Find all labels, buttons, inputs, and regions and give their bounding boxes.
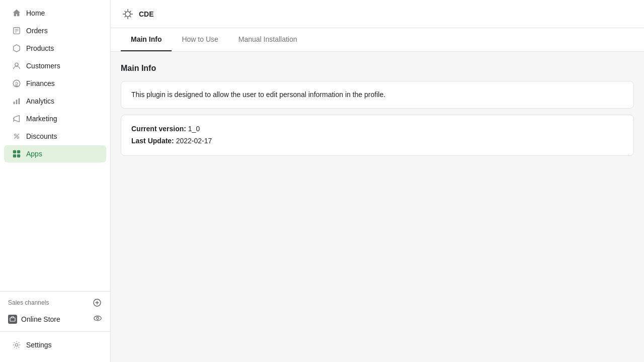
tab-main-info[interactable]: Main Info <box>121 28 172 51</box>
sidebar-item-discounts[interactable]: Discounts <box>4 128 106 145</box>
sidebar-item-marketing-label: Marketing <box>26 115 57 123</box>
finances-icon <box>12 79 21 88</box>
sidebar-item-analytics-label: Analytics <box>26 97 54 105</box>
svg-point-20 <box>94 316 101 321</box>
sidebar-nav: Home Orders Products <box>0 0 110 291</box>
sidebar-item-products[interactable]: Products <box>4 40 106 57</box>
version-card: Current version: 1_0 Last Update: 2022-0… <box>121 115 634 156</box>
sidebar-item-finances-label: Finances <box>26 79 55 87</box>
sidebar-item-orders-label: Orders <box>26 27 48 35</box>
svg-rect-8 <box>19 99 20 105</box>
sidebar-bottom: Settings <box>0 331 110 362</box>
sidebar-item-settings-label: Settings <box>26 341 52 349</box>
current-version-line: Current version: 1_0 <box>131 123 623 135</box>
sidebar-item-products-label: Products <box>26 44 54 52</box>
svg-point-9 <box>15 134 17 136</box>
tabs-bar: Main Info How to Use Manual Installation <box>111 28 644 52</box>
tab-manual-installation[interactable]: Manual Installation <box>228 28 307 51</box>
app-icon <box>121 7 135 21</box>
breadcrumb: CDE <box>121 7 154 21</box>
description-text: This plugin is designed to allow the use… <box>131 89 623 100</box>
last-update-label: Last Update: <box>131 137 174 145</box>
description-card: This plugin is designed to allow the use… <box>121 81 634 109</box>
svg-rect-15 <box>17 154 20 157</box>
analytics-icon <box>12 97 21 106</box>
online-store-label: Online Store <box>21 315 60 323</box>
online-store-left: Online Store <box>8 315 60 324</box>
sales-channels-section: Sales channels Online Store <box>0 291 110 331</box>
last-update-value: 2022-02-17 <box>176 137 212 145</box>
products-icon <box>12 44 21 53</box>
svg-rect-6 <box>14 102 15 104</box>
svg-point-23 <box>125 12 130 17</box>
sidebar-item-settings[interactable]: Settings <box>4 336 106 353</box>
marketing-icon <box>12 114 21 123</box>
online-store-icon <box>8 315 17 324</box>
section-title: Main Info <box>121 64 634 73</box>
sidebar-item-apps[interactable]: Apps <box>4 145 106 162</box>
sidebar-item-customers-label: Customers <box>26 62 60 70</box>
svg-point-21 <box>97 317 99 320</box>
sidebar-item-customers[interactable]: Customers <box>4 57 106 74</box>
sidebar-item-orders[interactable]: Orders <box>4 22 106 39</box>
sidebar: Home Orders Products <box>0 0 111 362</box>
apps-icon <box>12 149 21 158</box>
svg-rect-14 <box>13 154 16 157</box>
customers-icon <box>12 61 21 70</box>
sidebar-item-home[interactable]: Home <box>4 5 106 22</box>
svg-point-10 <box>17 137 19 139</box>
app-name: CDE <box>139 10 154 18</box>
svg-line-11 <box>15 134 19 139</box>
sidebar-item-discounts-label: Discounts <box>26 132 57 140</box>
orders-icon <box>12 26 21 35</box>
svg-rect-12 <box>13 150 16 153</box>
svg-point-22 <box>15 343 18 346</box>
sidebar-item-marketing[interactable]: Marketing <box>4 110 106 127</box>
svg-point-5 <box>13 80 20 87</box>
page-header: CDE <box>111 0 644 28</box>
sales-channels-header: Sales channels <box>8 298 102 308</box>
main-content: CDE Main Info How to Use Manual Installa… <box>111 0 644 362</box>
sidebar-item-finances[interactable]: Finances <box>4 75 106 92</box>
current-version-label: Current version: <box>131 125 186 133</box>
home-icon <box>12 9 21 18</box>
online-store-item[interactable]: Online Store <box>8 311 102 327</box>
svg-rect-19 <box>10 318 15 321</box>
sales-channels-add-button[interactable] <box>92 298 102 308</box>
eye-icon[interactable] <box>93 314 102 324</box>
sidebar-item-analytics[interactable]: Analytics <box>4 93 106 110</box>
svg-point-4 <box>15 63 18 66</box>
last-update-line: Last Update: 2022-02-17 <box>131 135 623 147</box>
sidebar-item-apps-label: Apps <box>26 150 42 158</box>
discounts-icon <box>12 132 21 141</box>
content-area: Main Info This plugin is designed to all… <box>111 52 644 362</box>
svg-rect-13 <box>17 150 20 153</box>
sidebar-item-home-label: Home <box>26 9 45 17</box>
sales-channels-label: Sales channels <box>8 299 49 306</box>
svg-rect-7 <box>16 100 18 104</box>
current-version-value: 1_0 <box>188 125 200 133</box>
tab-how-to-use[interactable]: How to Use <box>172 28 228 51</box>
settings-icon <box>12 340 21 349</box>
